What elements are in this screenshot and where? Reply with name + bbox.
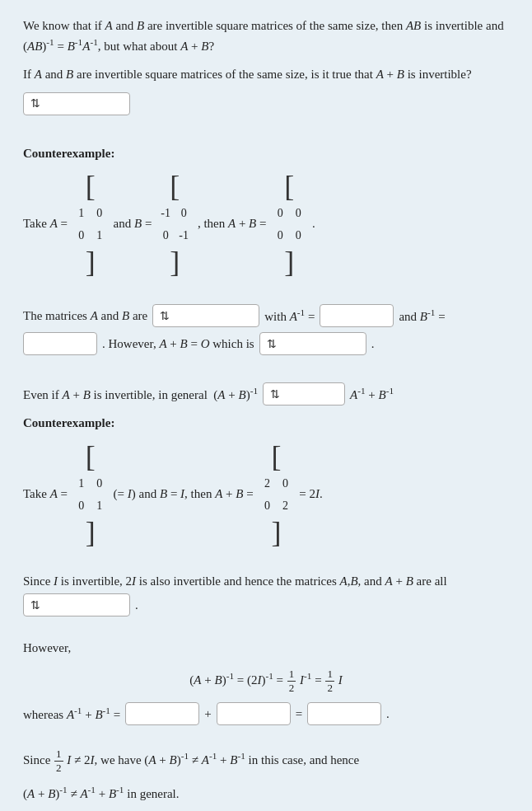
matrices-row1: The matrices A and B are ⇅ with A-1 = an…: [23, 304, 509, 327]
plus-sign: +: [204, 707, 211, 721]
a-inv-plus-b-inv-text: A-1 + B-1: [350, 386, 394, 402]
whereas-row: whereas A-1 + B-1 = + = .: [23, 702, 509, 725]
matrices-text2: with A-1 =: [264, 307, 315, 324]
invertible-status-arrow: ⇅: [160, 309, 170, 323]
whereas-input3[interactable]: [307, 702, 381, 725]
counterexample1-label: Counterexample:: [23, 144, 509, 163]
however-section: However, (A + B)-1 = (2I)-1 = 1 2 I-1 = …: [23, 639, 509, 694]
counterexample2-matrices: Take A = [ 1 0 0 1 ] (= I) and B = I, th…: [23, 442, 509, 547]
frac-half1: 1 2: [287, 668, 296, 694]
since-final-section: Since 1 2 I ≠ 2I, we have (A + B)-1 ≠ A-…: [23, 748, 509, 803]
even-if-text: Even if A + B is invertible, in general …: [23, 386, 258, 402]
comparison-arrow: ⇅: [270, 387, 280, 401]
period4: .: [386, 707, 390, 721]
answer-dropdown[interactable]: ⇅: [23, 92, 130, 115]
b-inverse-input[interactable]: [23, 332, 97, 355]
counterexample2-label: Counterexample:: [23, 414, 509, 433]
matrix-A2: [ 1 0 0 1 ]: [72, 442, 109, 547]
matrices-text3: and B-1 =: [399, 307, 445, 324]
comparison-dropdown[interactable]: ⇅: [263, 382, 345, 406]
eq-i-text: (= I) and B = I, then A + B =: [114, 486, 257, 499]
since-row: Since I is invertible, 2I is also invert…: [23, 574, 509, 588]
matrices-desc-section: The matrices A and B are ⇅ with A-1 = an…: [23, 304, 509, 355]
matrix-AplusB1: [ 0 0 0 0 ]: [271, 171, 307, 277]
whereas-input2[interactable]: [217, 702, 291, 725]
however-formula: (A + B)-1 = (2I)-1 = 1 2 I-1 = 1 2 I: [23, 668, 509, 694]
matrix-B1: [ -1 0 0 -1 ]: [156, 171, 193, 277]
intro-section: We know that if A and B are invertible s…: [23, 16, 509, 84]
even-if-row: Even if A + B is invertible, in general …: [23, 382, 509, 406]
and-b-text1: and B =: [114, 217, 156, 230]
period2: .: [371, 337, 375, 351]
however-label: However,: [23, 639, 509, 658]
since-final-line1: Since 1 2 I ≠ 2I, we have (A + B)-1 ≠ A-…: [23, 748, 509, 774]
a-inverse-input[interactable]: [320, 304, 394, 327]
all-invertible-dropdown[interactable]: ⇅: [23, 593, 130, 616]
matrices-text4: . However, A + B = O which is: [102, 337, 254, 351]
answer-dropdown-row: ⇅: [23, 92, 509, 115]
since-dropdown-row: ⇅ .: [23, 593, 509, 616]
frac-half-final: 1 2: [54, 748, 63, 774]
since-text: Since I is invertible, 2I is also invert…: [23, 574, 447, 588]
intro-question: If A and B are invertible square matrice…: [23, 65, 509, 84]
matrix-A1: [ 1 0 0 1 ]: [72, 171, 109, 277]
period3: .: [135, 598, 138, 612]
counterexample1-matrices: Take A = [ 1 0 0 1 ] and B = [ -1 0: [23, 171, 509, 277]
whereas-section: whereas A-1 + B-1 = + = .: [23, 702, 509, 725]
zero-matrix-status-dropdown[interactable]: ⇅: [259, 332, 366, 355]
whereas-input1[interactable]: [125, 702, 199, 725]
intro-text1: We know that if A and B are invertible s…: [23, 16, 509, 57]
counterexample1-section: Counterexample: Take A = [ 1 0 0 1 ] and…: [23, 144, 509, 278]
invertible-status-dropdown[interactable]: ⇅: [152, 304, 259, 327]
eq-2i-text: = 2I.: [299, 486, 322, 499]
take-a-text: Take A =: [23, 217, 71, 230]
zero-matrix-arrow: ⇅: [267, 337, 277, 351]
since-final-line2: (A + B)-1 ≠ A-1 + B-1 in general.: [23, 783, 509, 804]
frac-half2: 1 2: [325, 668, 334, 694]
take-a-text2: Take A =: [23, 486, 71, 499]
main-page: We know that if A and B are invertible s…: [0, 0, 532, 811]
since-invertible-section: Since I is invertible, 2I is also invert…: [23, 574, 509, 616]
period1: .: [312, 217, 315, 230]
even-if-section: Even if A + B is invertible, in general …: [23, 382, 509, 406]
matrix-AplusB2: [ 2 0 0 2 ]: [258, 442, 294, 547]
matrices-text1: The matrices A and B are: [23, 309, 147, 323]
all-invertible-arrow: ⇅: [30, 598, 40, 612]
matrices-row2: . However, A + B = O which is ⇅ .: [23, 332, 509, 355]
counterexample2-section: Counterexample: Take A = [ 1 0 0 1 ] (= …: [23, 414, 509, 547]
equals-sign: =: [296, 707, 302, 721]
then-aplusb-text1: , then A + B =: [198, 217, 269, 230]
answer-dropdown-arrow: ⇅: [30, 96, 40, 110]
whereas-text: whereas A-1 + B-1 =: [23, 706, 120, 722]
